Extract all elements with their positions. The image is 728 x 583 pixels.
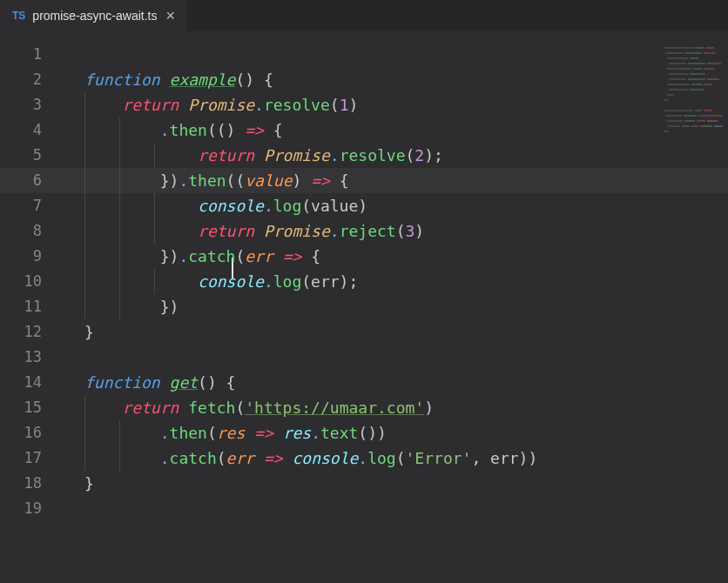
token: console (198, 272, 264, 291)
token: text (320, 424, 358, 442)
line-number: 10 (0, 269, 42, 294)
line-number: 13 (0, 345, 42, 370)
token (273, 424, 283, 442)
token: err (226, 449, 255, 467)
code-line[interactable]: .then(res => res.text()) (61, 420, 728, 446)
token: . (179, 247, 188, 265)
token (273, 247, 283, 265)
token: . (160, 121, 170, 139)
code-line[interactable] (61, 496, 728, 521)
token: catch (188, 247, 235, 265)
token: then (170, 121, 207, 139)
code-line[interactable]: return fetch('https://umaar.com') (61, 395, 728, 420)
token (160, 373, 170, 392)
token (179, 96, 188, 114)
token: . (160, 449, 170, 467)
token: (() (207, 121, 245, 139)
code-line[interactable]: .then(() => { (61, 117, 728, 143)
minimap-line (664, 63, 723, 65)
code-line[interactable]: function get() { (61, 370, 728, 395)
token: return (122, 96, 179, 114)
code-line[interactable]: return Promise.reject(3) (61, 218, 728, 244)
minimap-line (664, 131, 723, 133)
token: . (254, 96, 264, 114)
token: }) (160, 171, 179, 190)
token: { (330, 171, 349, 190)
token (160, 70, 170, 89)
minimap-line (664, 78, 723, 81)
token: => (254, 424, 273, 442)
code-line[interactable]: } (61, 471, 728, 496)
line-number: 11 (0, 294, 42, 319)
token: function (84, 70, 160, 89)
line-number: 16 (0, 420, 42, 446)
minimap-line (664, 89, 723, 91)
token: function (84, 373, 160, 392)
line-number: 15 (0, 395, 42, 420)
token: 'Error' (406, 449, 472, 467)
minimap-line (664, 136, 723, 138)
minimap-line (664, 47, 723, 50)
token: . (330, 146, 340, 164)
minimap[interactable] (664, 42, 723, 303)
minimap-line (664, 94, 723, 97)
minimap-line (664, 125, 723, 128)
editor-tab[interactable]: TS promise-async-await.ts × (0, 0, 187, 31)
token: () { (198, 373, 235, 392)
editor: 12345678910111213141516171819 function e… (0, 31, 728, 583)
token: ( (330, 96, 340, 114)
token: } (84, 323, 94, 341)
token: . (311, 424, 320, 442)
close-icon[interactable]: × (165, 8, 178, 23)
minimap-line (664, 84, 723, 86)
token: ) (292, 171, 311, 190)
code-line[interactable]: return Promise.resolve(1) (61, 92, 728, 117)
minimap-line (664, 104, 723, 107)
minimap-line (664, 73, 723, 76)
code-line[interactable]: console.log(value) (61, 193, 728, 218)
token: fetch (188, 399, 235, 417)
token: 1 (340, 96, 349, 114)
token: . (330, 222, 340, 240)
token: console (292, 449, 358, 467)
line-number: 19 (0, 496, 42, 521)
minimap-line (664, 99, 723, 102)
minimap-line (664, 115, 723, 117)
code-line[interactable]: } (61, 319, 728, 345)
token: reject (340, 222, 396, 240)
line-number: 4 (0, 117, 42, 143)
code-line[interactable] (61, 345, 728, 370)
token: return (198, 222, 254, 240)
token: => (245, 121, 264, 139)
line-number: 3 (0, 92, 42, 117)
code-line[interactable]: console.log(err); (61, 269, 728, 294)
token: => (311, 171, 330, 190)
token (283, 449, 293, 467)
token: ( (217, 449, 226, 467)
token: { (301, 247, 320, 265)
line-number: 12 (0, 319, 42, 345)
line-number: 18 (0, 471, 42, 496)
code-area[interactable]: function example() { return Promise.reso… (61, 42, 728, 583)
token: ); (424, 146, 443, 164)
token: ( (235, 247, 245, 265)
code-line[interactable]: }).catch(err => { (61, 244, 728, 269)
code-line[interactable]: function example() { (61, 67, 728, 92)
code-line[interactable]: return Promise.resolve(2); (61, 143, 728, 168)
token: ( (396, 222, 406, 240)
token: ( (405, 146, 415, 164)
token: . (264, 272, 273, 291)
token: 3 (406, 222, 415, 240)
minimap-line (664, 68, 723, 70)
token: 2 (415, 146, 424, 164)
code-line[interactable] (61, 42, 728, 67)
token: log (273, 197, 302, 215)
code-line[interactable]: }) (61, 294, 728, 319)
token: (err); (301, 272, 358, 291)
code-line[interactable]: }).then((value) => { (61, 168, 728, 193)
minimap-line (664, 52, 723, 55)
token (245, 424, 254, 442)
code-line[interactable]: .catch(err => console.log('Error', err)) (61, 446, 728, 471)
token: ) (415, 222, 424, 240)
token: console (198, 197, 264, 215)
